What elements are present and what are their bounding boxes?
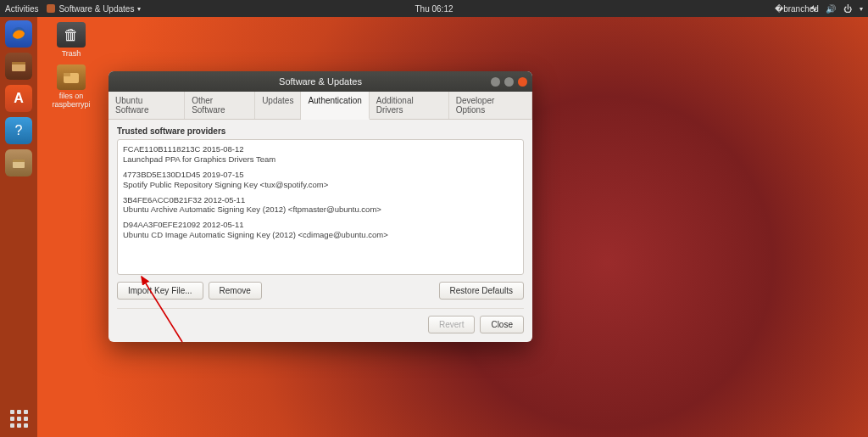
dock-help[interactable]: ? <box>5 117 32 144</box>
clock[interactable]: Thu 06:12 <box>415 4 453 14</box>
dock-software[interactable]: A <box>5 85 32 112</box>
desktop-icon-label: Trash <box>62 49 81 58</box>
section-label: Trusted software providers <box>117 126 524 136</box>
revert-button[interactable]: Revert <box>428 316 475 333</box>
trusted-keys-list[interactable]: FCAE110B1118213C 2015-08-12Launchpad PPA… <box>117 139 524 275</box>
network-icon[interactable]: �branched <box>792 3 802 14</box>
key-entry[interactable]: FCAE110B1118213C 2015-08-12Launchpad PPA… <box>118 142 523 167</box>
tab-bar: Ubuntu SoftwareOther SoftwareUpdatesAuth… <box>108 92 532 120</box>
key-description: Ubuntu CD Image Automatic Signing Key (2… <box>123 230 518 240</box>
desktop-icon-label: files on raspberrypi <box>46 92 97 109</box>
software-updates-window: Software & Updates Ubuntu SoftwareOther … <box>108 71 532 342</box>
key-entry[interactable]: D94AA3F0EFE21092 2012-05-11Ubuntu CD Ima… <box>118 217 523 243</box>
key-description: Launchpad PPA for Graphics Drivers Team <box>123 154 518 165</box>
window-maximize-button[interactable] <box>504 77 514 87</box>
show-applications-button[interactable] <box>5 405 32 432</box>
close-button[interactable]: Close <box>480 316 524 333</box>
svg-rect-4 <box>13 160 25 162</box>
top-panel: Activities Software & Updates ▾ Thu 06:1… <box>0 0 868 17</box>
dock-firefox[interactable] <box>5 20 32 48</box>
restore-defaults-button[interactable]: Restore Defaults <box>439 282 524 300</box>
software-updates-icon <box>47 4 55 13</box>
key-entry[interactable]: 3B4FE6ACC0B21F32 2012-05-11Ubuntu Archiv… <box>118 193 523 218</box>
network-icon[interactable] <box>809 3 819 14</box>
chevron-down-icon: ▾ <box>860 5 863 13</box>
power-icon[interactable]: ⏻ <box>843 3 853 14</box>
app-menu[interactable]: Software & Updates ▾ <box>47 4 141 14</box>
tab-updates[interactable]: Updates <box>255 92 301 119</box>
svg-rect-6 <box>64 73 70 76</box>
tab-content-authentication: Trusted software providers FCAE110B11182… <box>108 120 532 342</box>
folder-remote-icon <box>57 64 86 90</box>
window-minimize-button[interactable] <box>491 77 500 87</box>
key-id: 4773BD5E130D1D45 2019-07-15 <box>123 170 518 180</box>
tab-developer-options[interactable]: Developer Options <box>449 92 532 119</box>
desktop-icon-remote-files[interactable]: files on raspberrypi <box>46 64 97 109</box>
desktop-icon-trash[interactable]: 🗑 Trash <box>46 22 97 58</box>
window-title: Software & Updates <box>279 76 362 87</box>
volume-icon[interactable]: 🔊 <box>826 3 836 14</box>
chevron-down-icon: ▾ <box>137 5 141 13</box>
key-id: FCAE110B1118213C 2015-08-12 <box>123 144 518 154</box>
key-id: D94AA3F0EFE21092 2012-05-11 <box>123 220 518 230</box>
titlebar[interactable]: Software & Updates <box>108 71 532 92</box>
app-menu-label: Software & Updates <box>58 4 134 14</box>
window-close-button[interactable] <box>518 77 527 87</box>
key-description: Spotify Public Repository Signing Key <t… <box>123 180 518 190</box>
desktop: 🗑 Trash files on raspberrypi <box>46 22 97 109</box>
tab-other-software[interactable]: Other Software <box>185 92 255 119</box>
remove-key-button[interactable]: Remove <box>209 282 262 300</box>
dock: A ? <box>0 17 37 437</box>
dock-files[interactable] <box>5 53 32 80</box>
key-description: Ubuntu Archive Automatic Signing Key (20… <box>123 204 518 215</box>
dock-archive[interactable] <box>5 149 32 176</box>
tab-additional-drivers[interactable]: Additional Drivers <box>370 92 449 119</box>
import-key-button[interactable]: Import Key File... <box>117 282 203 300</box>
key-id: 3B4FE6ACC0B21F32 2012-05-11 <box>123 195 518 205</box>
trash-icon: 🗑 <box>57 22 86 48</box>
key-entry[interactable]: 4773BD5E130D1D45 2019-07-15Spotify Publi… <box>118 167 523 193</box>
activities-button[interactable]: Activities <box>5 4 38 14</box>
tab-authentication[interactable]: Authentication <box>301 92 369 120</box>
svg-rect-2 <box>12 62 25 64</box>
tab-ubuntu-software[interactable]: Ubuntu Software <box>108 92 185 119</box>
